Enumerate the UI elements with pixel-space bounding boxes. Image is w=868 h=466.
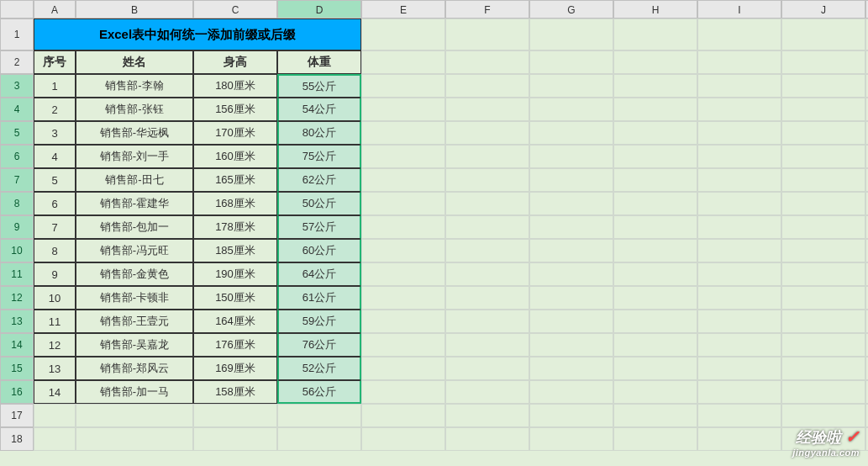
- empty-cell[interactable]: [529, 427, 613, 451]
- col-header-b[interactable]: B: [76, 0, 193, 19]
- empty-cell[interactable]: [781, 98, 865, 121]
- empty-cell[interactable]: [361, 357, 445, 380]
- empty-cell[interactable]: [697, 239, 781, 262]
- empty-cell[interactable]: [529, 333, 613, 357]
- empty-cell[interactable]: [34, 404, 76, 427]
- cell-f1[interactable]: [445, 19, 529, 50]
- empty-cell[interactable]: [445, 239, 529, 262]
- empty-cell[interactable]: [613, 357, 697, 380]
- empty-cell[interactable]: [193, 427, 277, 451]
- empty-cell[interactable]: [697, 380, 781, 404]
- empty-cell[interactable]: [781, 404, 865, 427]
- cell-num[interactable]: 14: [34, 380, 76, 404]
- cell-num[interactable]: 9: [34, 262, 76, 286]
- empty-cell[interactable]: [613, 168, 697, 192]
- empty-cell[interactable]: [361, 310, 445, 333]
- cell-height[interactable]: 165厘米: [193, 168, 277, 192]
- empty-cell[interactable]: [361, 239, 445, 262]
- cell-i1[interactable]: [697, 19, 781, 50]
- empty-cell[interactable]: [613, 427, 697, 451]
- title-cell[interactable]: Excel表中如何统一添加前缀或后缀: [34, 19, 361, 50]
- cell-e2[interactable]: [361, 50, 445, 74]
- col-header-g[interactable]: G: [529, 0, 613, 19]
- empty-cell[interactable]: [781, 310, 865, 333]
- row-header-17[interactable]: 17: [0, 404, 34, 427]
- select-all-corner[interactable]: [0, 0, 34, 19]
- empty-cell[interactable]: [445, 310, 529, 333]
- empty-cell[interactable]: [613, 74, 697, 98]
- empty-cell[interactable]: [781, 286, 865, 310]
- empty-cell[interactable]: [529, 74, 613, 98]
- cell-weight[interactable]: 59公斤: [277, 310, 361, 333]
- empty-cell[interactable]: [697, 192, 781, 215]
- cell-num[interactable]: 6: [34, 192, 76, 215]
- empty-cell[interactable]: [277, 404, 361, 427]
- empty-cell[interactable]: [613, 262, 697, 286]
- cell-height[interactable]: 158厘米: [193, 380, 277, 404]
- empty-cell[interactable]: [781, 121, 865, 145]
- cell-g1[interactable]: [529, 19, 613, 50]
- empty-cell[interactable]: [529, 239, 613, 262]
- cell-h2[interactable]: [613, 50, 697, 74]
- cell-height[interactable]: 170厘米: [193, 121, 277, 145]
- row-header-9[interactable]: 9: [0, 215, 34, 239]
- empty-cell[interactable]: [34, 427, 76, 451]
- empty-cell[interactable]: [613, 333, 697, 357]
- empty-cell[interactable]: [613, 404, 697, 427]
- cell-num[interactable]: 2: [34, 98, 76, 121]
- empty-cell[interactable]: [361, 145, 445, 168]
- empty-cell[interactable]: [697, 357, 781, 380]
- row-header-15[interactable]: 15: [0, 357, 34, 380]
- cell-num[interactable]: 3: [34, 121, 76, 145]
- empty-cell[interactable]: [361, 121, 445, 145]
- empty-cell[interactable]: [193, 404, 277, 427]
- empty-cell[interactable]: [361, 74, 445, 98]
- col-header-c[interactable]: C: [193, 0, 277, 19]
- cell-height[interactable]: 178厘米: [193, 215, 277, 239]
- empty-cell[interactable]: [445, 262, 529, 286]
- cell-weight[interactable]: 76公斤: [277, 333, 361, 357]
- empty-cell[interactable]: [697, 404, 781, 427]
- cell-f2[interactable]: [445, 50, 529, 74]
- empty-cell[interactable]: [445, 98, 529, 121]
- empty-cell[interactable]: [361, 404, 445, 427]
- empty-cell[interactable]: [445, 215, 529, 239]
- empty-cell[interactable]: [529, 286, 613, 310]
- empty-cell[interactable]: [781, 357, 865, 380]
- cell-num[interactable]: 8: [34, 239, 76, 262]
- empty-cell[interactable]: [613, 380, 697, 404]
- row-header-10[interactable]: 10: [0, 239, 34, 262]
- empty-cell[interactable]: [781, 215, 865, 239]
- empty-cell[interactable]: [529, 121, 613, 145]
- cell-height[interactable]: 190厘米: [193, 262, 277, 286]
- col-header-a[interactable]: A: [34, 0, 76, 19]
- empty-cell[interactable]: [613, 121, 697, 145]
- row-header-14[interactable]: 14: [0, 333, 34, 357]
- empty-cell[interactable]: [781, 74, 865, 98]
- header-height[interactable]: 身高: [193, 50, 277, 74]
- cell-weight[interactable]: 75公斤: [277, 145, 361, 168]
- cell-name[interactable]: 销售部-田七: [76, 168, 193, 192]
- cell-g2[interactable]: [529, 50, 613, 74]
- row-header-16[interactable]: 16: [0, 380, 34, 404]
- cell-weight[interactable]: 56公斤: [277, 380, 361, 404]
- empty-cell[interactable]: [781, 333, 865, 357]
- cell-num[interactable]: 10: [34, 286, 76, 310]
- row-header-4[interactable]: 4: [0, 98, 34, 121]
- empty-cell[interactable]: [445, 380, 529, 404]
- row-header-8[interactable]: 8: [0, 192, 34, 215]
- cell-height[interactable]: 168厘米: [193, 192, 277, 215]
- cell-name[interactable]: 销售部-加一马: [76, 380, 193, 404]
- empty-cell[interactable]: [529, 192, 613, 215]
- empty-cell[interactable]: [361, 98, 445, 121]
- row-header-3[interactable]: 3: [0, 74, 34, 98]
- cell-num[interactable]: 1: [34, 74, 76, 98]
- empty-cell[interactable]: [613, 310, 697, 333]
- cell-weight[interactable]: 64公斤: [277, 262, 361, 286]
- empty-cell[interactable]: [529, 98, 613, 121]
- cell-height[interactable]: 185厘米: [193, 239, 277, 262]
- cell-num[interactable]: 7: [34, 215, 76, 239]
- empty-cell[interactable]: [361, 427, 445, 451]
- empty-cell[interactable]: [445, 427, 529, 451]
- header-name[interactable]: 姓名: [76, 50, 193, 74]
